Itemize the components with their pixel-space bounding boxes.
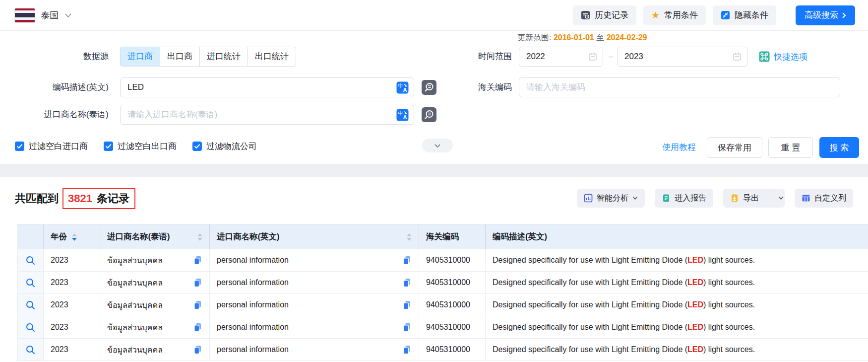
enter-report-button[interactable]: 进入报告	[655, 189, 713, 208]
filter-blank-importer[interactable]: 过滤空白进口商	[15, 141, 88, 152]
header-year[interactable]: 年份	[44, 224, 100, 249]
importer-en-cell: personal information	[210, 249, 419, 271]
translate-icon[interactable]: 中 A	[396, 109, 409, 121]
filter-checkboxes: 过滤空白进口商 过滤空白出口商 过滤物流公司	[15, 141, 257, 152]
save-favorite-button[interactable]: 保存常用	[707, 137, 762, 158]
sort-control[interactable]	[407, 233, 412, 241]
search-icon	[25, 300, 36, 310]
hs-code-label: 海关编码	[397, 77, 512, 97]
svg-text:中: 中	[398, 110, 403, 115]
collapse-panel-button[interactable]	[422, 139, 453, 152]
description-cell: Designed specifically for use with Light…	[486, 316, 868, 338]
topbar-actions: 历史记录 ★ 常用条件 隐藏条件 高级搜索	[573, 5, 855, 25]
tab-importer[interactable]: 进口商	[121, 47, 160, 66]
hide-conditions-button[interactable]: 隐藏条件	[713, 5, 776, 25]
importer-th-cell: ข้อมูลส่วนบุคคล	[100, 249, 210, 271]
update-range-label: 更新范围:	[517, 33, 551, 42]
importer-name-label: 进口商名称(泰语)	[0, 105, 109, 125]
table-row: 2023 ข้อมูลส่วนบุคคล personal informatio…	[18, 316, 868, 339]
search-button[interactable]: 搜 索	[819, 137, 859, 158]
history-button[interactable]: 历史记录	[573, 5, 636, 25]
sort-control[interactable]	[72, 233, 77, 241]
description-field[interactable]: 中 A	[120, 77, 414, 97]
row-detail-button[interactable]	[18, 316, 44, 338]
row-detail-button[interactable]	[18, 249, 44, 271]
match-mode-button[interactable]	[422, 107, 436, 122]
tab-export-stats[interactable]: 出口统计	[248, 47, 296, 66]
importer-en-cell: personal information	[210, 339, 419, 361]
importer-name-input[interactable]	[127, 110, 392, 120]
row-detail-button[interactable]	[18, 272, 44, 293]
date-start-field[interactable]	[519, 47, 603, 67]
history-icon	[581, 10, 590, 20]
importer-en-cell: personal information	[210, 294, 419, 316]
table-row: 2023 ข้อมูลส่วนบุคคล personal informatio…	[18, 339, 868, 361]
row-detail-button[interactable]	[18, 294, 44, 316]
tab-import-stats[interactable]: 进口统计	[200, 47, 248, 66]
custom-columns-button[interactable]: 自定义列	[795, 189, 853, 208]
checkbox-checked-icon	[192, 142, 202, 151]
svg-text:A: A	[403, 114, 407, 120]
summary-prefix: 共匹配到	[15, 191, 59, 206]
header-description: 编码描述(英文)	[486, 224, 868, 249]
advanced-search-button[interactable]: 高级搜索	[796, 5, 855, 25]
hs-code-field[interactable]	[519, 77, 840, 97]
description-cell: Designed specifically for use with Light…	[486, 249, 868, 271]
chevron-down-icon	[778, 196, 784, 200]
smart-analysis-button[interactable]: 智能分析	[577, 189, 645, 208]
results-summary: 共匹配到 3821 条记录	[15, 188, 135, 209]
importer-th-cell: ข้อมูลส่วนบุคคล	[100, 294, 210, 316]
filter-label: 过滤物流公司	[206, 141, 257, 152]
filter-blank-exporter[interactable]: 过滤空白出口商	[104, 141, 177, 152]
description-label: 编码描述(英文)	[0, 77, 109, 97]
analysis-icon	[584, 194, 593, 203]
export-button[interactable]: 导出	[723, 189, 785, 208]
copy-icon[interactable]	[193, 300, 202, 310]
importer-name-field[interactable]: 中 A	[120, 105, 414, 125]
reset-button[interactable]: 重 置	[768, 137, 813, 158]
filter-logistics[interactable]: 过滤物流公司	[192, 141, 257, 152]
favorites-button[interactable]: ★ 常用条件	[643, 5, 706, 25]
copy-icon[interactable]	[402, 278, 412, 288]
row-detail-button[interactable]	[18, 339, 44, 361]
importer-en-cell: personal information	[210, 272, 419, 293]
results-toolbar: 智能分析 进入报告 导出	[577, 189, 853, 208]
header-detail-column	[18, 224, 44, 249]
search-icon	[25, 322, 36, 333]
checkbox-checked-icon	[104, 142, 113, 151]
export-label: 导出	[743, 193, 759, 204]
hs-code-cell: 9405310000	[419, 316, 486, 338]
time-range-label: 时间范围	[397, 47, 512, 67]
quick-options-button[interactable]: 快捷选项	[759, 47, 807, 67]
date-end-input[interactable]	[624, 52, 728, 62]
copy-icon[interactable]	[193, 255, 202, 265]
country-selector[interactable]: 泰国	[15, 8, 72, 22]
copy-icon[interactable]	[402, 255, 412, 265]
tab-exporter[interactable]: 出口商	[160, 47, 200, 66]
year-cell: 2023	[44, 294, 100, 316]
results-section: 共匹配到 3821 条记录 智能分析 进入	[0, 177, 868, 362]
description-input[interactable]	[127, 82, 392, 92]
copy-icon[interactable]	[402, 345, 412, 355]
header-importer-th[interactable]: 进口商名称(泰语)	[100, 224, 210, 249]
chevron-down-icon	[434, 144, 441, 148]
copy-icon[interactable]	[193, 345, 202, 355]
tutorial-link[interactable]: 使用教程	[662, 137, 696, 158]
date-start-input[interactable]	[526, 52, 584, 62]
sort-control[interactable]	[197, 233, 202, 241]
copy-icon[interactable]	[193, 322, 202, 332]
country-name: 泰国	[41, 9, 59, 21]
favorites-label: 常用条件	[664, 9, 698, 21]
copy-icon[interactable]	[402, 322, 412, 332]
copy-icon[interactable]	[193, 278, 202, 288]
description-cell: Designed specifically for use with Light…	[486, 339, 868, 361]
hs-code-input[interactable]	[526, 82, 835, 92]
export-dropdown-toggle[interactable]	[773, 196, 785, 200]
year-cell: 2023	[44, 316, 100, 338]
year-cell: 2023	[44, 272, 100, 293]
update-range: 更新范围: 2016-01-01 至 2024-02-29	[517, 32, 647, 44]
header-importer-en[interactable]: 进口商名称(英文)	[210, 224, 419, 249]
importer-th-cell: ข้อมูลส่วนบุคคล	[100, 272, 210, 293]
copy-icon[interactable]	[402, 300, 412, 310]
date-end-field[interactable]	[617, 47, 747, 67]
